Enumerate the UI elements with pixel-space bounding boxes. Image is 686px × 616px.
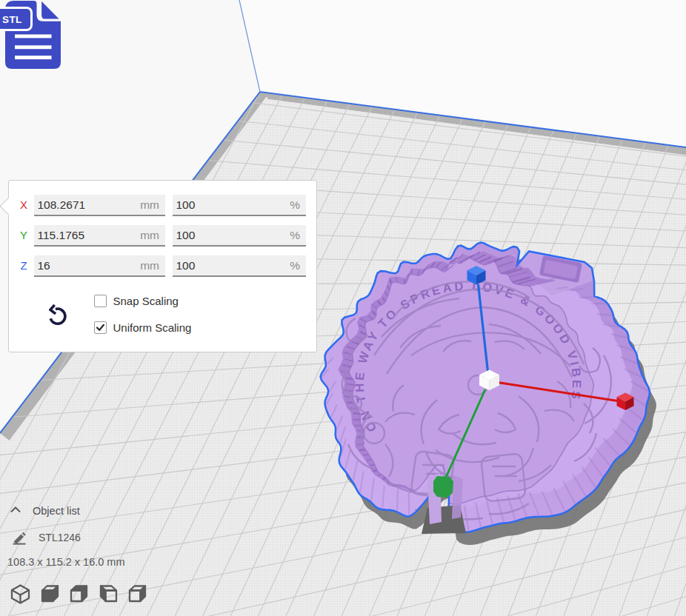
svg-text:STL: STL bbox=[2, 14, 22, 25]
